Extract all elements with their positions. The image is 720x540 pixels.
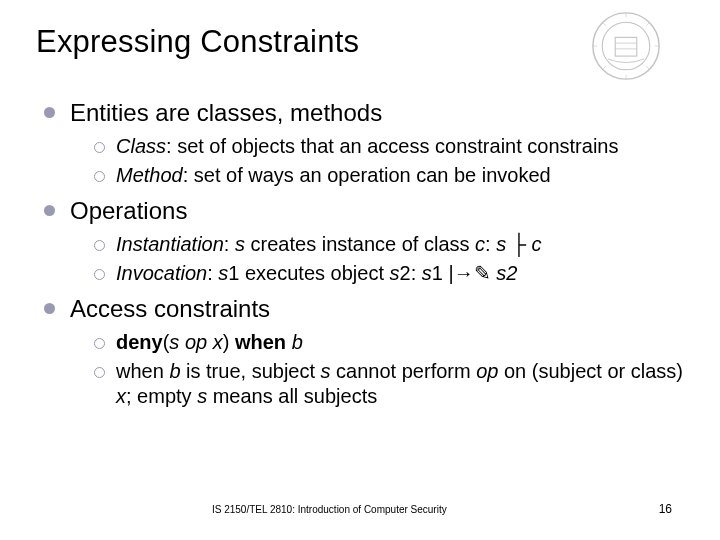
l1-text: Access constraints (70, 294, 684, 324)
txt: when (116, 360, 169, 382)
ital: x (116, 385, 126, 407)
subbullet-when: when b is true, subject s cannot perform… (94, 359, 684, 409)
ital: s (496, 233, 506, 255)
bullet-access-constraints: Access constraints deny(s op x) when b w… (44, 294, 684, 409)
txt: is true, subject (181, 360, 321, 382)
bullet-entities: Entities are classes, methods Class: set… (44, 98, 684, 188)
footer-course: IS 2150/TEL 2810: Introduction of Comput… (0, 504, 659, 515)
txt: cannot perform (331, 360, 477, 382)
ital: s (218, 262, 228, 284)
bold: when (235, 331, 286, 353)
ital: s (235, 233, 245, 255)
bold: deny (116, 331, 163, 353)
l1-text: Entities are classes, methods (70, 98, 684, 128)
slide-title: Expressing Constraints (36, 24, 684, 60)
txt: 1 executes object (228, 262, 389, 284)
txt: ; empty (126, 385, 197, 407)
txt: ├ (506, 233, 531, 255)
subbullet-instantiation: Instantiation: s creates instance of cla… (94, 232, 684, 257)
ital: b (292, 331, 303, 353)
txt: means all subjects (207, 385, 377, 407)
ital: s op x (169, 331, 222, 353)
ital: c (532, 233, 542, 255)
txt: 1 |→✎ (432, 262, 496, 284)
term: Instantiation (116, 233, 224, 255)
svg-line-10 (646, 23, 649, 26)
rest: : set of ways an operation can be invoke… (183, 164, 551, 186)
svg-rect-2 (615, 37, 637, 56)
svg-line-9 (603, 23, 606, 26)
ital: op (476, 360, 498, 382)
ital: s2 (496, 262, 517, 284)
ital: s (422, 262, 432, 284)
term: Method (116, 164, 183, 186)
subbullet-invocation: Invocation: s1 executes object s2: s1 |→… (94, 261, 684, 286)
ital: s (321, 360, 331, 382)
subbullet-method: Method: set of ways an operation can be … (94, 163, 684, 188)
txt: on (subject or class) (498, 360, 683, 382)
ital: s (197, 385, 207, 407)
ital: s (390, 262, 400, 284)
ital: b (169, 360, 180, 382)
subbullet-class: Class: set of objects that an access con… (94, 134, 684, 159)
bullet-operations: Operations Instantiation: s creates inst… (44, 196, 684, 286)
txt: : (207, 262, 218, 284)
seal-logo (590, 10, 662, 82)
txt: ) (223, 331, 235, 353)
txt: : (224, 233, 235, 255)
ital: c (475, 233, 485, 255)
subbullet-deny: deny(s op x) when b (94, 330, 684, 355)
l1-text: Operations (70, 196, 684, 226)
svg-point-0 (593, 13, 659, 79)
term: Invocation (116, 262, 207, 284)
term: Class (116, 135, 166, 157)
page-number: 16 (659, 502, 672, 516)
txt: 2: (400, 262, 422, 284)
txt: creates instance of class (245, 233, 475, 255)
txt: : (485, 233, 496, 255)
svg-line-12 (646, 66, 649, 69)
rest: : set of objects that an access constrai… (166, 135, 618, 157)
svg-line-11 (603, 66, 606, 69)
